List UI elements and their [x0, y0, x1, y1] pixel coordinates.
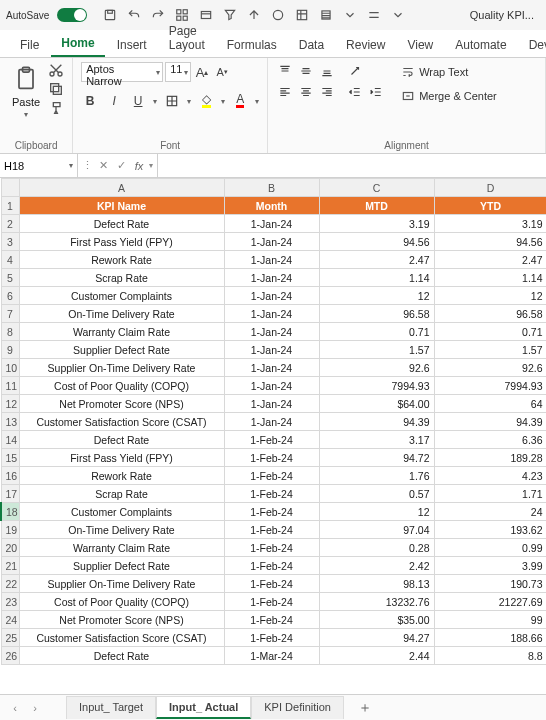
chevron-down-icon[interactable]: [341, 6, 359, 24]
cell[interactable]: 1-Feb-24: [224, 575, 319, 593]
paste-button[interactable]: Paste ▾: [8, 62, 44, 121]
qat-icon-5[interactable]: [269, 6, 287, 24]
font-size-select[interactable]: 11▾: [165, 62, 191, 82]
row-header[interactable]: 16: [1, 467, 19, 485]
name-box[interactable]: ▾: [0, 154, 78, 177]
chevron-down-icon[interactable]: ▾: [255, 97, 259, 106]
chevron-down-icon[interactable]: [389, 6, 407, 24]
row-header[interactable]: 10: [1, 359, 19, 377]
cell[interactable]: 96.58: [319, 305, 434, 323]
cell[interactable]: 188.66: [434, 629, 546, 647]
cancel-icon[interactable]: ✕: [95, 158, 111, 174]
sheet-nav-next-icon[interactable]: ›: [28, 701, 42, 715]
chevron-down-icon[interactable]: ▾: [221, 97, 225, 106]
cell[interactable]: Warranty Claim Rate: [19, 323, 224, 341]
cell[interactable]: Supplier On-Time Delivery Rate: [19, 575, 224, 593]
row-header[interactable]: 5: [1, 269, 19, 287]
qat-more-icon[interactable]: [365, 6, 383, 24]
chevron-down-icon[interactable]: ▾: [24, 110, 28, 119]
cell[interactable]: 96.58: [434, 305, 546, 323]
cell[interactable]: Scrap Rate: [19, 269, 224, 287]
header-cell[interactable]: YTD: [434, 197, 546, 215]
worksheet-grid[interactable]: ABCD1KPI NameMonthMTDYTD2Defect Rate1-Ja…: [0, 178, 546, 694]
cell[interactable]: 190.73: [434, 575, 546, 593]
row-header[interactable]: 6: [1, 287, 19, 305]
cell[interactable]: 1-Jan-24: [224, 377, 319, 395]
ribbon-tab-insert[interactable]: Insert: [107, 32, 157, 57]
cell[interactable]: 1.71: [434, 485, 546, 503]
cell[interactable]: 1-Jan-24: [224, 395, 319, 413]
cell[interactable]: First Pass Yield (FPY): [19, 449, 224, 467]
cell[interactable]: 193.62: [434, 521, 546, 539]
cell[interactable]: 1-Jan-24: [224, 323, 319, 341]
cut-icon[interactable]: [48, 62, 64, 78]
cell[interactable]: On-Time Delivery Rate: [19, 305, 224, 323]
select-all-cell[interactable]: [1, 179, 19, 197]
row-header[interactable]: 21: [1, 557, 19, 575]
cell[interactable]: 3.99: [434, 557, 546, 575]
cell[interactable]: 1-Feb-24: [224, 449, 319, 467]
cell[interactable]: 1-Feb-24: [224, 485, 319, 503]
enter-icon[interactable]: ✓: [113, 158, 129, 174]
row-header[interactable]: 2: [1, 215, 19, 233]
chevron-down-icon[interactable]: ▾: [69, 161, 73, 170]
add-sheet-icon[interactable]: ＋: [358, 699, 372, 717]
ribbon-tab-file[interactable]: File: [10, 32, 49, 57]
cell[interactable]: Rework Rate: [19, 467, 224, 485]
row-header[interactable]: 15: [1, 449, 19, 467]
col-header-A[interactable]: A: [19, 179, 224, 197]
cell[interactable]: 1-Feb-24: [224, 503, 319, 521]
wrap-text-button[interactable]: Wrap Text: [397, 62, 501, 82]
cell[interactable]: 1.57: [319, 341, 434, 359]
cell[interactable]: 1-Feb-24: [224, 467, 319, 485]
cell[interactable]: 8.8: [434, 647, 546, 665]
cell[interactable]: 1-Jan-24: [224, 341, 319, 359]
fill-color-icon[interactable]: ◇: [197, 92, 215, 110]
sheet-tab[interactable]: KPI Definition: [251, 696, 344, 719]
cell[interactable]: 0.71: [319, 323, 434, 341]
qat-icon-3[interactable]: [221, 6, 239, 24]
cell[interactable]: Supplier Defect Rate: [19, 341, 224, 359]
cell[interactable]: 94.27: [319, 629, 434, 647]
undo-icon[interactable]: [125, 6, 143, 24]
align-center-icon[interactable]: [297, 83, 315, 101]
cell[interactable]: First Pass Yield (FPY): [19, 233, 224, 251]
header-cell[interactable]: MTD: [319, 197, 434, 215]
cell[interactable]: 1-Feb-24: [224, 557, 319, 575]
ribbon-tab-automate[interactable]: Automate: [445, 32, 516, 57]
cell[interactable]: 1-Feb-24: [224, 521, 319, 539]
cell[interactable]: Cost of Poor Quality (COPQ): [19, 377, 224, 395]
cell[interactable]: 4.23: [434, 467, 546, 485]
cell[interactable]: On-Time Delivery Rate: [19, 521, 224, 539]
cell[interactable]: 7994.93: [319, 377, 434, 395]
cell[interactable]: 12: [319, 503, 434, 521]
cell[interactable]: 2.47: [434, 251, 546, 269]
increase-font-icon[interactable]: A▴: [193, 62, 211, 82]
cell[interactable]: 1-Feb-24: [224, 431, 319, 449]
qat-icon-4[interactable]: [245, 6, 263, 24]
cell[interactable]: 2.47: [319, 251, 434, 269]
sheet-nav-prev-icon[interactable]: ‹: [8, 701, 22, 715]
cell[interactable]: 1-Feb-24: [224, 629, 319, 647]
ribbon-tab-formulas[interactable]: Formulas: [217, 32, 287, 57]
col-header-B[interactable]: B: [224, 179, 319, 197]
cell[interactable]: Defect Rate: [19, 431, 224, 449]
ribbon-tab-review[interactable]: Review: [336, 32, 395, 57]
cell[interactable]: 12: [434, 287, 546, 305]
cell[interactable]: 1.14: [319, 269, 434, 287]
col-header-D[interactable]: D: [434, 179, 546, 197]
row-header[interactable]: 23: [1, 593, 19, 611]
cell[interactable]: 0.99: [434, 539, 546, 557]
col-header-C[interactable]: C: [319, 179, 434, 197]
sheet-tab[interactable]: Input_ Target: [66, 696, 156, 719]
cell[interactable]: 1-Jan-24: [224, 269, 319, 287]
underline-button[interactable]: U: [129, 92, 147, 110]
copy-icon[interactable]: [48, 81, 64, 97]
cell[interactable]: Customer Satisfaction Score (CSAT): [19, 629, 224, 647]
cell[interactable]: 2.44: [319, 647, 434, 665]
decrease-font-icon[interactable]: A▾: [213, 62, 231, 82]
cell[interactable]: 1.57: [434, 341, 546, 359]
align-bottom-icon[interactable]: [318, 62, 336, 80]
borders-icon[interactable]: [163, 92, 181, 110]
cell[interactable]: 1-Feb-24: [224, 611, 319, 629]
